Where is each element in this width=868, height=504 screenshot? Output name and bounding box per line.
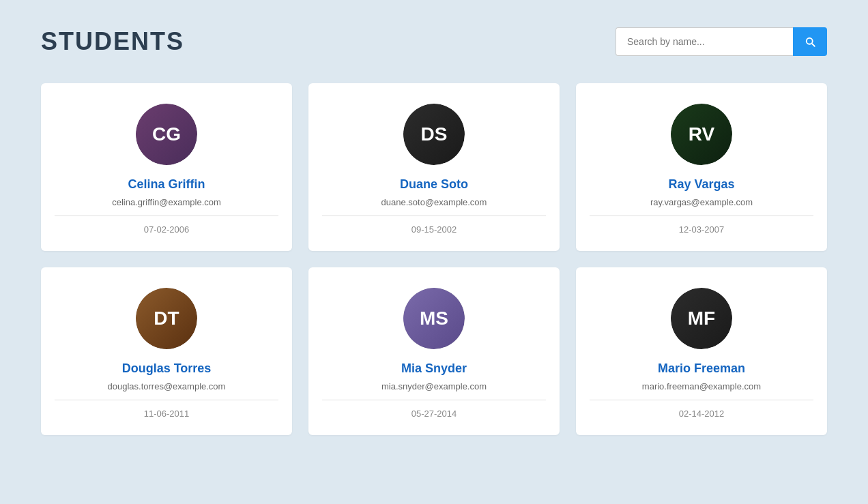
student-card[interactable]: MF Mario Freeman mario.freeman@example.c… <box>576 267 827 435</box>
card-divider <box>322 216 546 216</box>
avatar-image: DS <box>403 104 465 165</box>
student-dob: 07-02-2006 <box>144 224 190 235</box>
card-divider <box>590 400 813 400</box>
search-input[interactable] <box>616 27 793 56</box>
student-name: Celina Griffin <box>128 177 205 192</box>
avatar: CG <box>136 104 197 165</box>
avatar: DT <box>136 288 197 349</box>
student-email: ray.vargas@example.com <box>650 197 753 207</box>
search-bar <box>616 27 827 56</box>
student-name: Douglas Torres <box>122 361 212 376</box>
avatar: MS <box>403 288 465 349</box>
avatar-image: MS <box>403 288 465 349</box>
search-button[interactable] <box>793 27 827 56</box>
student-card[interactable]: DT Douglas Torres douglas.torres@example… <box>41 267 292 435</box>
avatar-image: RV <box>671 104 732 165</box>
card-divider <box>590 216 813 216</box>
student-name: Mia Snyder <box>401 361 467 376</box>
student-dob: 12-03-2007 <box>679 224 725 235</box>
student-card[interactable]: DS Duane Soto duane.soto@example.com 09-… <box>308 83 560 251</box>
page-header: STUDENTS <box>41 27 827 56</box>
avatar: RV <box>671 104 732 165</box>
card-divider <box>55 216 278 216</box>
student-card[interactable]: MS Mia Snyder mia.snyder@example.com 05-… <box>308 267 560 435</box>
avatar-image: MF <box>671 288 732 349</box>
student-card[interactable]: RV Ray Vargas ray.vargas@example.com 12-… <box>576 83 827 251</box>
student-dob: 09-15-2002 <box>411 224 457 235</box>
students-grid: CG Celina Griffin celina.griffin@example… <box>41 83 827 435</box>
student-name: Duane Soto <box>400 177 468 192</box>
student-name: Ray Vargas <box>668 177 734 192</box>
student-card[interactable]: CG Celina Griffin celina.griffin@example… <box>41 83 292 251</box>
card-divider <box>55 400 278 400</box>
avatar: MF <box>671 288 732 349</box>
student-email: duane.soto@example.com <box>381 197 487 207</box>
student-email: douglas.torres@example.com <box>108 381 226 391</box>
page-title: STUDENTS <box>41 27 184 56</box>
student-email: mario.freeman@example.com <box>642 381 761 391</box>
card-divider <box>322 400 546 400</box>
student-dob: 02-14-2012 <box>679 409 725 419</box>
student-email: celina.griffin@example.com <box>112 197 221 207</box>
student-name: Mario Freeman <box>658 361 745 376</box>
search-icon <box>804 35 816 48</box>
student-dob: 05-27-2014 <box>411 409 457 419</box>
avatar-image: DT <box>136 288 197 349</box>
student-email: mia.snyder@example.com <box>381 381 487 391</box>
avatar-image: CG <box>136 104 197 165</box>
student-dob: 11-06-2011 <box>144 409 190 419</box>
avatar: DS <box>403 104 465 165</box>
